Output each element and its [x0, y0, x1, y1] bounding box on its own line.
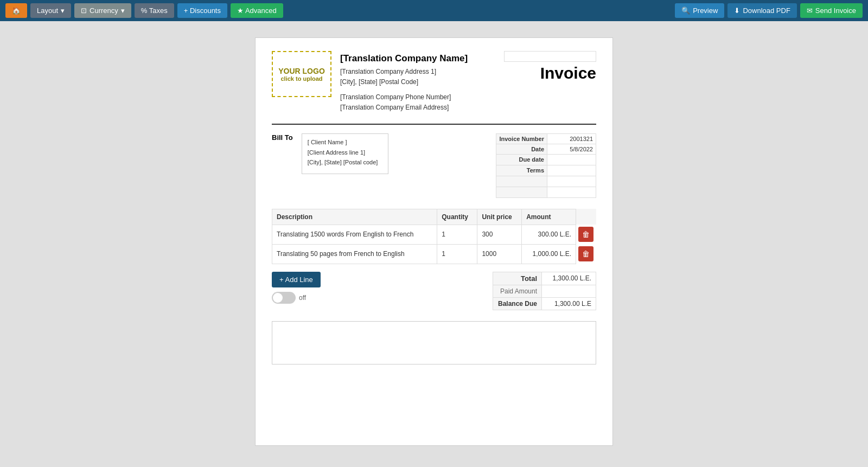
terms-value[interactable] [547, 165, 596, 176]
advanced-button[interactable]: ★ Advanced [231, 3, 283, 18]
invoice-card: YOUR LOGO click to upload [Translation C… [255, 37, 613, 446]
amount-header: Amount [522, 209, 576, 225]
totals-area: Total 1,300.00 L.E. Paid Amount Balance … [493, 272, 596, 310]
bill-to-left: Bill To [ Client Name ] [Client Address … [272, 133, 388, 198]
download-button[interactable]: ⬇ Download PDF [727, 3, 796, 18]
company-info: [Translation Company Name] [Translation … [340, 51, 468, 113]
item-quantity[interactable]: 1 [437, 225, 477, 244]
item-description[interactable]: Translating 50 pages from French to Engl… [272, 244, 437, 264]
item-delete-cell: 🗑 [576, 225, 596, 244]
item-unit-price[interactable]: 300 [477, 225, 522, 244]
home-icon: 🏠 [12, 7, 21, 15]
logo-subtext: click to upload [280, 75, 322, 82]
invoice-meta: Invoice Number 2001321 Date 5/8/2022 Due… [496, 133, 596, 198]
balance-due-value: 1,300.00 L.E [542, 297, 596, 310]
bill-section: Bill To [ Client Name ] [Client Address … [272, 133, 596, 198]
send-icon: ✉ [807, 7, 813, 15]
invoice-header: YOUR LOGO click to upload [Translation C… [272, 51, 596, 113]
download-label: Download PDF [743, 7, 790, 15]
invoice-number-value[interactable]: 2001321 [547, 133, 596, 144]
delete-line-button[interactable]: 🗑 [578, 246, 593, 261]
toggle-label: off [299, 294, 306, 302]
item-delete-cell: 🗑 [576, 244, 596, 264]
item-description[interactable]: Translating 1500 words From English to F… [272, 225, 437, 244]
taxes-label: % Taxes [141, 7, 168, 15]
preview-label: Preview [693, 7, 718, 15]
trash-icon: 🗑 [582, 250, 590, 258]
paid-amount-row: Paid Amount [493, 285, 596, 297]
toolbar: 🏠 Layout ▾ ⊡ Currency ▾ % Taxes + Discou… [0, 0, 868, 21]
preview-icon: 🔍 [681, 7, 690, 15]
toggle-area: off [272, 292, 321, 304]
taxes-button[interactable]: % Taxes [135, 3, 174, 18]
item-amount: 300.00 L.E. [522, 225, 576, 244]
unit-price-header: Unit price [477, 209, 522, 225]
delete-line-button[interactable]: 🗑 [578, 227, 593, 242]
notes-box[interactable] [272, 321, 596, 364]
company-address1[interactable]: [Translation Company Address 1] [340, 67, 468, 77]
toggle-switch[interactable] [272, 292, 296, 304]
currency-button[interactable]: ⊡ Currency ▾ [74, 3, 131, 18]
add-line-label: + Add Line [279, 276, 313, 284]
layout-label: Layout [37, 7, 58, 15]
trash-icon: 🗑 [582, 230, 590, 239]
page-background: YOUR LOGO click to upload [Translation C… [0, 21, 868, 462]
layout-button[interactable]: Layout ▾ [30, 3, 71, 18]
client-name: [ Client Name ] [308, 137, 382, 148]
company-email[interactable]: [Translation Company Email Address] [340, 103, 468, 113]
terms-label: Terms [496, 165, 547, 176]
currency-label: Currency [90, 7, 118, 15]
bill-to-box[interactable]: [ Client Name ] [Client Address line 1] … [302, 133, 388, 174]
currency-icon: ⊡ [81, 7, 87, 15]
meta-row-date: Date 5/8/2022 [496, 144, 596, 154]
chevron-down-icon2: ▾ [121, 7, 125, 15]
chevron-down-icon: ▾ [61, 7, 65, 15]
add-line-button[interactable]: + Add Line [272, 272, 321, 287]
client-address: [Client Address line 1] [308, 148, 382, 158]
paid-amount-value[interactable] [542, 285, 596, 297]
invoice-number-label: Invoice Number [496, 133, 547, 144]
item-unit-price[interactable]: 1000 [477, 244, 522, 264]
balance-due-label: Balance Due [493, 297, 542, 310]
header-divider [272, 124, 596, 125]
logo-section: YOUR LOGO click to upload [Translation C… [272, 51, 468, 113]
meta-row-extra2 [496, 187, 596, 197]
meta-row-extra1 [496, 176, 596, 187]
extra-label-1[interactable] [496, 176, 547, 187]
invoice-title-input[interactable] [504, 51, 596, 62]
extra-value-2[interactable] [547, 187, 596, 197]
invoice-meta-table: Invoice Number 2001321 Date 5/8/2022 Due… [496, 133, 596, 198]
meta-row-terms: Terms [496, 165, 596, 176]
total-label: Total [493, 272, 542, 285]
bill-to-label: Bill To [272, 133, 293, 142]
totals-section: + Add Line off Total 1,300.00 L.E. Paid … [272, 272, 596, 310]
discounts-button[interactable]: + Discounts [177, 3, 227, 18]
total-value: 1,300.00 L.E. [542, 272, 596, 285]
balance-due-row: Balance Due 1,300.00 L.E [493, 297, 596, 310]
description-header: Description [272, 209, 437, 225]
meta-row-due-date: Due date [496, 154, 596, 165]
company-city[interactable]: [City], [State] [Postal Code] [340, 77, 468, 87]
advanced-label: ★ Advanced [237, 7, 277, 15]
due-date-label: Due date [496, 154, 547, 165]
company-name[interactable]: [Translation Company Name] [340, 51, 468, 66]
totals-table: Total 1,300.00 L.E. Paid Amount Balance … [493, 272, 596, 310]
date-label: Date [496, 144, 547, 154]
meta-row-number: Invoice Number 2001321 [496, 133, 596, 144]
preview-button[interactable]: 🔍 Preview [675, 3, 724, 18]
due-date-value[interactable] [547, 154, 596, 165]
date-value[interactable]: 5/8/2022 [547, 144, 596, 154]
send-label: Send Invoice [815, 7, 856, 15]
send-invoice-button[interactable]: ✉ Send Invoice [800, 3, 863, 18]
items-table: Description Quantity Unit price Amount T… [272, 209, 596, 264]
company-phone[interactable]: [Translation Company Phone Number] [340, 92, 468, 103]
table-row: Translating 1500 words From English to F… [272, 225, 596, 244]
extra-label-2[interactable] [496, 187, 547, 197]
home-button[interactable]: 🏠 [5, 3, 27, 18]
item-quantity[interactable]: 1 [437, 244, 477, 264]
add-line-area: + Add Line off [272, 272, 321, 304]
discounts-label: + Discounts [184, 7, 221, 15]
logo-upload-box[interactable]: YOUR LOGO click to upload [272, 51, 331, 97]
extra-value-1[interactable] [547, 176, 596, 187]
quantity-header: Quantity [437, 209, 477, 225]
